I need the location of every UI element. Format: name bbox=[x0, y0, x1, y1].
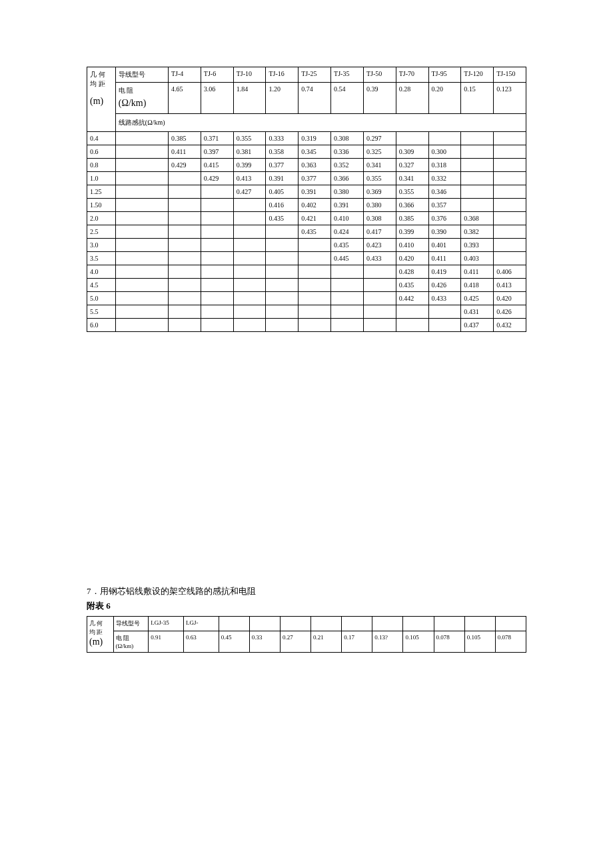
unit: (Ω/km) bbox=[119, 98, 147, 108]
resist-value: 0.33 bbox=[249, 631, 280, 653]
reactance-value: 0.333 bbox=[266, 132, 299, 145]
empty-cell bbox=[115, 239, 168, 252]
table-lgj-wires: 几 何 均 距 (m) 导线型号 LGJ-35 LGJ- 电 阻 (Ω/km) … bbox=[87, 616, 526, 653]
resist-value: 4.65 bbox=[169, 83, 201, 114]
resist-value: 0.13? bbox=[372, 631, 403, 653]
reactance-value: 0.425 bbox=[461, 292, 494, 305]
model bbox=[342, 617, 372, 631]
label: 均 距 bbox=[89, 629, 103, 635]
reactance-value: 0.403 bbox=[461, 252, 494, 265]
label: 均 距 bbox=[90, 80, 105, 87]
reactance-value: 0.431 bbox=[461, 305, 494, 319]
resist-value: 0.91 bbox=[149, 631, 184, 653]
reactance-value: 0.432 bbox=[494, 319, 526, 332]
reactance-value bbox=[233, 265, 266, 279]
empty-cell bbox=[115, 159, 168, 172]
reactance-value: 0.368 bbox=[461, 212, 494, 225]
unit: (m) bbox=[90, 96, 103, 106]
reactance-value bbox=[266, 279, 299, 292]
reactance-value: 0.445 bbox=[331, 252, 364, 265]
reactance-value bbox=[299, 265, 331, 279]
reactance-value: 0.405 bbox=[266, 185, 299, 199]
reactance-value: 0.380 bbox=[363, 199, 396, 212]
table-row: 线路感抗(Ω/km) bbox=[87, 114, 526, 132]
geom-dist-value: 1.0 bbox=[87, 172, 116, 185]
resist-value: 0.27 bbox=[280, 631, 310, 653]
model: TJ-150 bbox=[494, 67, 526, 83]
reactance-value bbox=[169, 185, 201, 199]
geom-dist-value: 5.0 bbox=[87, 292, 116, 305]
table-row: 几 何 均 距 (m) 导线型号 TJ-4 TJ-6 TJ-10 TJ-16 T… bbox=[87, 67, 526, 83]
reactance-value bbox=[201, 265, 233, 279]
table-row: 2.00.4350.4210.4100.3080.3850.3760.368 bbox=[87, 212, 526, 225]
reactance-value: 0.369 bbox=[363, 185, 396, 199]
reactance-value: 0.420 bbox=[396, 252, 428, 265]
reactance-value: 0.385 bbox=[169, 132, 201, 145]
reactance-value: 0.435 bbox=[331, 239, 364, 252]
reactance-value bbox=[169, 252, 201, 265]
reactance-value: 0.413 bbox=[233, 172, 266, 185]
reactance-value: 0.402 bbox=[299, 199, 331, 212]
reactance-value: 0.355 bbox=[233, 132, 266, 145]
reactance-value bbox=[428, 132, 461, 145]
reactance-header: 线路感抗(Ω/km) bbox=[115, 114, 526, 132]
reactance-value bbox=[169, 265, 201, 279]
reactance-value bbox=[494, 185, 526, 199]
model bbox=[280, 617, 310, 631]
table-row: 4.50.4350.4260.4180.413 bbox=[87, 279, 526, 292]
reactance-value: 0.427 bbox=[233, 185, 266, 199]
geom-dist-value: 0.6 bbox=[87, 145, 116, 159]
reactance-value: 0.426 bbox=[494, 305, 526, 319]
model bbox=[495, 617, 526, 631]
model bbox=[403, 617, 434, 631]
reactance-value bbox=[461, 132, 494, 145]
geom-dist-header: 几 何 均 距 (m) bbox=[87, 67, 116, 132]
reactance-value bbox=[494, 159, 526, 172]
reactance-value: 0.377 bbox=[299, 172, 331, 185]
model: LGJ-35 bbox=[149, 617, 184, 631]
reactance-value bbox=[201, 305, 233, 319]
reactance-value bbox=[233, 292, 266, 305]
reactance-value: 0.411 bbox=[428, 252, 461, 265]
geom-dist-value: 4.5 bbox=[87, 279, 116, 292]
section-7-title: 7．用钢芯铝线敷设的架空线路的感抗和电阻 bbox=[87, 585, 526, 597]
model bbox=[249, 617, 280, 631]
reactance-value: 0.418 bbox=[461, 279, 494, 292]
reactance-value: 0.327 bbox=[396, 159, 428, 172]
table-row: 0.80.4290.4150.3990.3770.3630.3520.3410.… bbox=[87, 159, 526, 172]
empty-cell bbox=[115, 292, 168, 305]
reactance-value bbox=[233, 319, 266, 332]
reactance-value bbox=[266, 225, 299, 239]
model bbox=[219, 617, 249, 631]
reactance-value: 0.371 bbox=[201, 132, 233, 145]
resist-header: 电 阻 (Ω/km) bbox=[115, 83, 168, 114]
reactance-value: 0.435 bbox=[299, 225, 331, 239]
reactance-value: 0.428 bbox=[396, 265, 428, 279]
geom-dist-value: 3.5 bbox=[87, 252, 116, 265]
model: TJ-70 bbox=[396, 67, 428, 83]
reactance-value: 0.429 bbox=[169, 159, 201, 172]
reactance-value bbox=[266, 319, 299, 332]
reactance-value bbox=[233, 279, 266, 292]
geom-dist-value: 3.0 bbox=[87, 239, 116, 252]
reactance-value: 0.411 bbox=[169, 145, 201, 159]
reactance-value bbox=[299, 319, 331, 332]
reactance-value bbox=[299, 252, 331, 265]
table-row: 几 何 均 距 (m) 导线型号 LGJ-35 LGJ- bbox=[87, 617, 526, 631]
reactance-value: 0.397 bbox=[201, 145, 233, 159]
model: TJ-16 bbox=[266, 67, 299, 83]
resist-value: 0.078 bbox=[495, 631, 526, 653]
reactance-value: 0.391 bbox=[331, 199, 364, 212]
table-row: 1.00.4290.4130.3910.3770.3660.3550.3410.… bbox=[87, 172, 526, 185]
reactance-value: 0.366 bbox=[331, 172, 364, 185]
resist-value: 1.84 bbox=[233, 83, 266, 114]
empty-cell bbox=[115, 225, 168, 239]
reactance-value bbox=[494, 132, 526, 145]
reactance-value bbox=[201, 319, 233, 332]
reactance-value: 0.421 bbox=[299, 212, 331, 225]
unit: (Ω/km) bbox=[116, 643, 134, 649]
reactance-value: 0.352 bbox=[331, 159, 364, 172]
table-row: 电 阻 (Ω/km) 4.65 3.06 1.84 1.20 0.74 0.54… bbox=[87, 83, 526, 114]
reactance-value bbox=[363, 265, 396, 279]
reactance-value bbox=[396, 319, 428, 332]
